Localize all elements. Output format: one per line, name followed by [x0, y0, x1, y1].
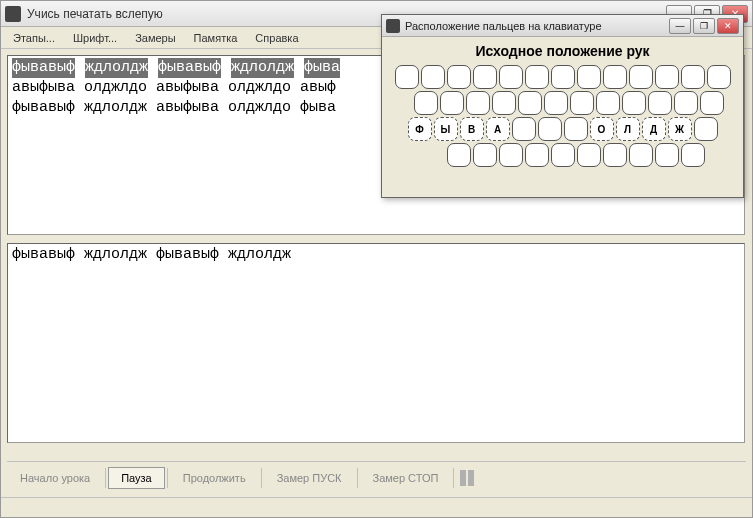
key-blank: [538, 117, 562, 141]
key-А: А: [486, 117, 510, 141]
key-blank: [512, 117, 536, 141]
key-blank: [473, 143, 497, 167]
key-blank: [622, 91, 646, 115]
key-blank: [655, 143, 679, 167]
key-blank: [700, 91, 724, 115]
menu-memo[interactable]: Памятка: [186, 30, 246, 46]
statusbar: [1, 497, 752, 517]
key-blank: [681, 143, 705, 167]
keyboard-row-3-home: ФЫВАОЛДЖ: [408, 117, 718, 141]
key-blank: [551, 143, 575, 167]
keyboard-titlebar[interactable]: Расположение пальцев на клавиатуре — ❐ ✕: [382, 15, 743, 37]
exercise-word: ждлолдж: [85, 58, 148, 78]
key-blank: [596, 91, 620, 115]
key-В: В: [460, 117, 484, 141]
key-blank: [414, 91, 438, 115]
separator: [105, 468, 106, 488]
typed-text: фывавыф ждлолдж фывавыф ждлолдж: [12, 246, 291, 263]
keyboard-title: Расположение пальцев на клавиатуре: [405, 20, 669, 32]
start-lesson-button[interactable]: Начало урока: [7, 467, 103, 489]
key-blank: [648, 91, 672, 115]
key-Ы: Ы: [434, 117, 458, 141]
menu-measures[interactable]: Замеры: [127, 30, 183, 46]
kb-maximize-button[interactable]: ❐: [693, 18, 715, 34]
key-blank: [707, 65, 731, 89]
progress-indicator: [460, 470, 474, 486]
key-blank: [674, 91, 698, 115]
key-Ж: Ж: [668, 117, 692, 141]
key-blank: [544, 91, 568, 115]
keyboard-body: Исходное положение рук ФЫВАОЛДЖ: [382, 37, 743, 173]
pause-button[interactable]: Пауза: [108, 467, 165, 489]
measure-stop-button[interactable]: Замер СТОП: [360, 467, 452, 489]
separator: [453, 468, 454, 488]
menu-help[interactable]: Справка: [247, 30, 306, 46]
exercise-word: фыва: [304, 58, 340, 78]
app-icon: [5, 6, 21, 22]
key-blank: [466, 91, 490, 115]
key-blank: [473, 65, 497, 89]
key-blank: [577, 65, 601, 89]
keyboard-row-4: [447, 143, 705, 167]
exercise-word: фывавыф: [158, 58, 221, 78]
key-blank: [570, 91, 594, 115]
key-blank: [525, 143, 549, 167]
key-О: О: [590, 117, 614, 141]
keyboard-row-1: [395, 65, 731, 89]
keyboard-rows: ФЫВАОЛДЖ: [390, 65, 735, 167]
key-blank: [421, 65, 445, 89]
key-blank: [629, 143, 653, 167]
key-blank: [492, 91, 516, 115]
key-blank: [395, 65, 419, 89]
exercise-word: ждлолдж: [231, 58, 294, 78]
keyboard-heading: Исходное положение рук: [390, 43, 735, 59]
keyboard-window-controls: — ❐ ✕: [669, 18, 739, 34]
key-Ф: Ф: [408, 117, 432, 141]
key-blank: [440, 91, 464, 115]
key-blank: [577, 143, 601, 167]
key-Д: Д: [642, 117, 666, 141]
keyboard-icon: [386, 19, 400, 33]
key-blank: [499, 143, 523, 167]
measure-start-button[interactable]: Замер ПУСК: [264, 467, 355, 489]
bottom-toolbar: Начало урока Пауза Продолжить Замер ПУСК…: [7, 461, 746, 489]
key-blank: [525, 65, 549, 89]
key-blank: [694, 117, 718, 141]
menu-font[interactable]: Шрифт...: [65, 30, 125, 46]
key-blank: [447, 143, 471, 167]
separator: [357, 468, 358, 488]
menu-stages[interactable]: Этапы...: [5, 30, 63, 46]
key-blank: [518, 91, 542, 115]
key-blank: [551, 65, 575, 89]
exercise-word: фывавыф: [12, 58, 75, 78]
kb-close-button[interactable]: ✕: [717, 18, 739, 34]
separator: [261, 468, 262, 488]
typing-input[interactable]: фывавыф ждлолдж фывавыф ждлолдж: [7, 243, 745, 443]
key-blank: [603, 65, 627, 89]
key-blank: [499, 65, 523, 89]
kb-minimize-button[interactable]: —: [669, 18, 691, 34]
separator: [167, 468, 168, 488]
key-blank: [447, 65, 471, 89]
keyboard-window[interactable]: Расположение пальцев на клавиатуре — ❐ ✕…: [381, 14, 744, 198]
key-blank: [681, 65, 705, 89]
key-blank: [629, 65, 653, 89]
key-blank: [564, 117, 588, 141]
resume-button[interactable]: Продолжить: [170, 467, 259, 489]
key-blank: [655, 65, 679, 89]
key-Л: Л: [616, 117, 640, 141]
keyboard-row-2: [414, 91, 724, 115]
key-blank: [603, 143, 627, 167]
